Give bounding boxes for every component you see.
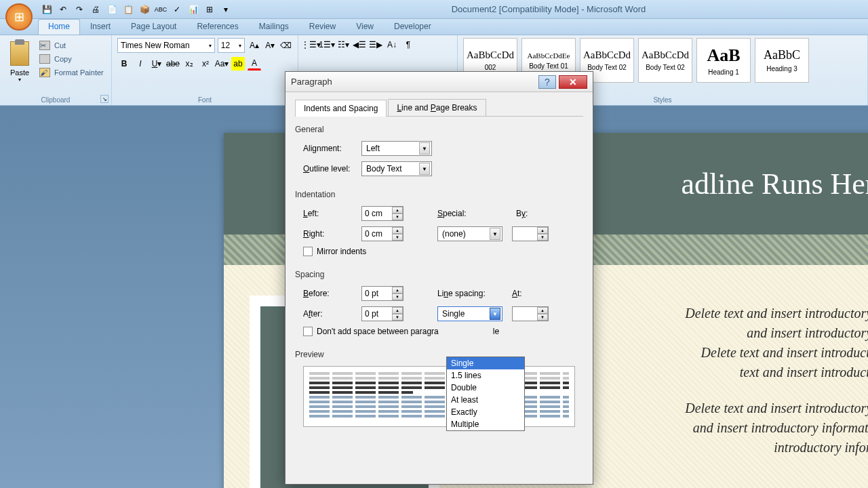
tab-insert[interactable]: Insert xyxy=(80,19,121,35)
paste-button[interactable]: Paste ▾ xyxy=(5,38,34,85)
alignment-combo[interactable]: Left▼ xyxy=(361,141,432,156)
dont-add-space-checkbox[interactable] xyxy=(303,327,313,336)
grow-font-button[interactable]: A▴ xyxy=(248,39,260,52)
copy-button[interactable]: Copy xyxy=(39,54,104,64)
spin-up-icon[interactable]: ▲ xyxy=(392,287,403,293)
highlight-button[interactable]: ab xyxy=(231,57,245,70)
bold-button[interactable]: B xyxy=(117,57,131,70)
at-spinner[interactable]: ▲▼ xyxy=(512,306,549,321)
strike-button[interactable]: abe xyxy=(166,57,180,70)
decrease-indent-button[interactable]: ◀☰ xyxy=(353,38,366,52)
tab-page-layout[interactable]: Page Layout xyxy=(121,19,186,35)
left-indent-spinner[interactable]: 0 cm▲▼ xyxy=(361,206,403,221)
qat-preview-icon[interactable]: 📄 xyxy=(106,3,118,16)
by-spinner[interactable]: ▲▼ xyxy=(512,226,549,241)
format-painter-button[interactable]: 🖌Format Painter xyxy=(39,68,104,77)
style-item[interactable]: AaBHeading 1 xyxy=(696,38,751,83)
spin-down-icon[interactable]: ▼ xyxy=(537,234,548,241)
qat-chart-icon[interactable]: 📊 xyxy=(187,3,199,16)
window-title: Document2 [Compatibility Mode] - Microso… xyxy=(232,4,865,14)
superscript-button[interactable]: x² xyxy=(199,57,212,70)
spin-down-icon[interactable]: ▼ xyxy=(392,234,403,241)
indentation-section: Indentation xyxy=(295,190,583,199)
sort-button[interactable]: A↓ xyxy=(385,38,399,52)
qat-btn-9[interactable]: ✓ xyxy=(171,3,183,16)
font-name-combo[interactable]: Times New Roman▾ xyxy=(117,38,215,53)
title-bar: ⊞ 💾 ↶ ↷ 🖨 📄 📋 📦 ABC ✓ 📊 ⊞ ▾ Document2 [C… xyxy=(0,0,868,19)
before-spinner[interactable]: 0 pt▲▼ xyxy=(361,286,403,301)
spin-up-icon[interactable]: ▲ xyxy=(392,227,403,234)
spin-up-icon[interactable]: ▲ xyxy=(537,227,548,234)
tab-references[interactable]: References xyxy=(186,19,248,35)
left-indent-label: Left: xyxy=(303,209,361,218)
clipboard-group: Paste ▾ ✂Cut Copy 🖌Format Painter Clipbo… xyxy=(0,35,112,105)
clear-formatting-button[interactable]: ⌫ xyxy=(279,39,292,52)
line-spacing-combo[interactable]: Single▼ xyxy=(437,306,502,321)
outline-combo[interactable]: Body Text▼ xyxy=(361,161,432,176)
show-marks-button[interactable]: ¶ xyxy=(401,38,415,52)
chevron-down-icon[interactable]: ▼ xyxy=(419,142,430,155)
qat-more-icon[interactable]: ▾ xyxy=(220,3,232,16)
style-item[interactable]: AaBbCHeading 3 xyxy=(755,38,809,83)
scissors-icon: ✂ xyxy=(39,41,50,50)
mirror-indents-label: Mirror indents xyxy=(317,247,366,256)
clipboard-launcher[interactable]: ↘ xyxy=(100,95,108,103)
dialog-help-button[interactable]: ? xyxy=(538,75,556,89)
spin-down-icon[interactable]: ▼ xyxy=(392,314,403,321)
preview-box xyxy=(303,366,575,427)
line-spacing-dropdown: Single 1.5 lines Double At least Exactly… xyxy=(446,357,525,431)
chevron-down-icon[interactable]: ▼ xyxy=(419,163,430,175)
tab-view[interactable]: View xyxy=(346,19,384,35)
spin-down-icon[interactable]: ▼ xyxy=(392,293,403,300)
tab-line-page-breaks[interactable]: Line and Page Breaks xyxy=(388,99,486,116)
dialog-titlebar[interactable]: Paragraph ? ✕ xyxy=(285,72,593,92)
spin-up-icon[interactable]: ▲ xyxy=(392,207,403,214)
tab-review[interactable]: Review xyxy=(299,19,346,35)
subscript-button[interactable]: x₂ xyxy=(182,57,196,70)
spin-down-icon[interactable]: ▼ xyxy=(392,214,403,220)
tab-mailings[interactable]: Mailings xyxy=(249,19,299,35)
special-combo[interactable]: (none)▼ xyxy=(437,226,502,241)
qat-print-icon[interactable]: 🖨 xyxy=(90,3,102,16)
dropdown-item-exactly[interactable]: Exactly xyxy=(447,406,524,418)
qat-btn-7[interactable]: 📦 xyxy=(138,3,151,16)
change-case-button[interactable]: Aa▾ xyxy=(215,57,229,70)
underline-button[interactable]: U▾ xyxy=(150,57,163,70)
right-indent-spinner[interactable]: 0 cm▲▼ xyxy=(361,226,403,241)
dropdown-item-at-least[interactable]: At least xyxy=(447,394,524,406)
dialog-title: Paragraph xyxy=(291,77,538,87)
cut-button[interactable]: ✂Cut xyxy=(39,41,104,50)
alignment-label: Alignment: xyxy=(303,144,361,153)
spin-up-icon[interactable]: ▲ xyxy=(537,307,548,314)
font-size-combo[interactable]: 12▾ xyxy=(218,38,245,53)
dropdown-item-double[interactable]: Double xyxy=(447,382,524,394)
spin-down-icon[interactable]: ▼ xyxy=(537,314,548,321)
qat-spellcheck-icon[interactable]: ABC xyxy=(155,3,167,16)
qat-btn-11[interactable]: ⊞ xyxy=(203,3,216,16)
after-spinner[interactable]: 0 pt▲▼ xyxy=(361,306,403,321)
numbering-button[interactable]: 1☰▾ xyxy=(320,38,334,52)
tab-developer[interactable]: Developer xyxy=(384,19,441,35)
dropdown-item-multiple[interactable]: Multiple xyxy=(447,418,524,430)
shrink-font-button[interactable]: A▾ xyxy=(264,39,277,52)
qat-redo-icon[interactable]: ↷ xyxy=(73,3,85,16)
dropdown-item-single[interactable]: Single xyxy=(447,357,524,369)
office-button[interactable]: ⊞ xyxy=(5,3,33,30)
dialog-close-button[interactable]: ✕ xyxy=(559,75,587,89)
qat-undo-icon[interactable]: ↶ xyxy=(57,3,69,16)
font-color-button[interactable]: A xyxy=(248,57,261,70)
italic-button[interactable]: I xyxy=(134,57,147,70)
dropdown-item-1-5[interactable]: 1.5 lines xyxy=(447,369,524,382)
chevron-down-icon[interactable]: ▼ xyxy=(490,308,500,320)
chevron-down-icon[interactable]: ▼ xyxy=(490,228,500,240)
tab-home[interactable]: Home xyxy=(38,19,80,35)
qat-btn-6[interactable]: 📋 xyxy=(122,3,134,16)
qat-save-icon[interactable]: 💾 xyxy=(41,3,53,16)
mirror-indents-checkbox[interactable] xyxy=(303,247,313,256)
increase-indent-button[interactable]: ☰▶ xyxy=(369,38,382,52)
spin-up-icon[interactable]: ▲ xyxy=(392,307,403,314)
tab-indents-spacing[interactable]: Indents and Spacing xyxy=(295,100,387,117)
style-item[interactable]: AaBbCcDdBody Text 02 xyxy=(638,38,692,83)
multilevel-button[interactable]: ☷▾ xyxy=(336,38,350,52)
bullets-button[interactable]: ⋮☰▾ xyxy=(304,38,317,52)
